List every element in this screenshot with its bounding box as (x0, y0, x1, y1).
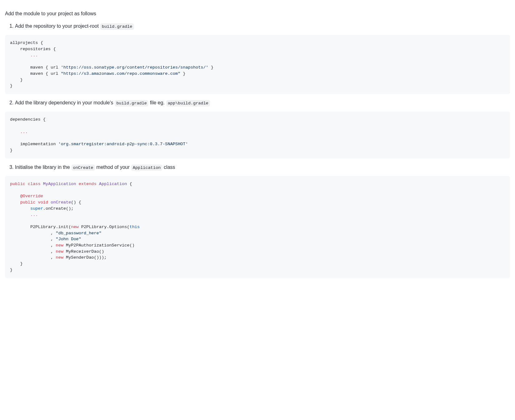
codeblock-3: public class MyApplication extends Appli… (5, 176, 510, 278)
step2-text-before: Add the library dependency in your modul… (15, 100, 115, 105)
step1-inline-code: build.gradle (100, 23, 134, 30)
intro-text: Add the module to your project as follow… (5, 10, 510, 17)
step3-text-after: class (162, 165, 175, 170)
step-2: Add the library dependency in your modul… (15, 99, 510, 107)
step3-text-before: Initialise the library in the (15, 165, 71, 170)
step-1: Add the repository to your project-root … (15, 22, 510, 30)
step1-text: Add the repository to your project-root (15, 23, 100, 29)
step2-inline-code-1: build.gradle (115, 100, 149, 106)
step3-inline-code-1: onCreate (71, 165, 95, 171)
step3-text-mid: method of your (95, 165, 131, 170)
step2-text-mid: file eg. (148, 100, 166, 105)
step2-inline-code-2: app\build.gradle (166, 100, 210, 106)
codeblock-2: dependencies { ... implementation 'org.s… (5, 112, 510, 158)
step-3: Initialise the library in the onCreate m… (15, 164, 510, 171)
step3-inline-code-2: Application (131, 165, 162, 171)
codeblock-1: allprojects { repositories { ... maven {… (5, 35, 510, 94)
